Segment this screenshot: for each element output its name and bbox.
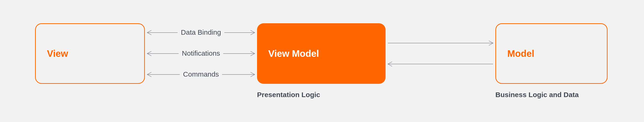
node-model-caption: Business Logic and Data [496, 91, 579, 99]
edge-model-to-vm [388, 62, 493, 66]
node-model-label: Model [507, 49, 534, 59]
edge-label-data-binding: Data Binding [178, 28, 224, 36]
edge-vm-to-model [388, 41, 493, 45]
node-viewmodel-caption: Presentation Logic [257, 91, 320, 99]
node-viewmodel-label: View Model [268, 49, 319, 59]
mvvm-diagram: View View Model Presentation Logic Model… [0, 0, 644, 122]
node-viewmodel: View Model [257, 23, 386, 84]
node-model: Model [496, 23, 608, 84]
node-view-label: View [47, 49, 68, 59]
node-view: View [35, 23, 145, 84]
edge-label-commands: Commands [180, 70, 222, 78]
edge-label-notifications: Notifications [178, 49, 223, 57]
